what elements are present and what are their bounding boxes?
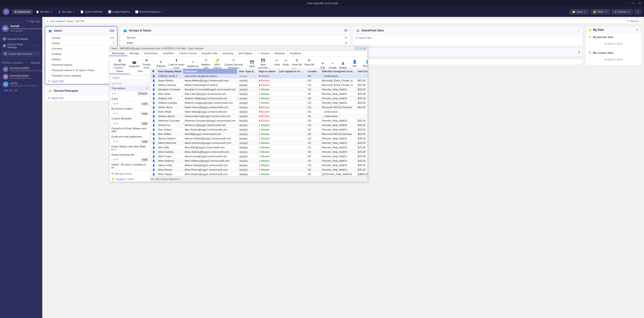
users-password-never-item[interactable]: Password never changed 219 [45,73,117,78]
see-all-link[interactable]: See all... 50 [2,88,40,93]
table-row[interactable]: 👤 Aarav Melton Aarav.Melton@sygy2.onmicr… [151,78,368,83]
email-smtp-star-icon[interactable]: ★ [113,140,115,143]
manage-sessions-button[interactable]: Manage [31,61,40,64]
users-guests-item[interactable]: Guests 5 [45,41,117,46]
nav-tab-quick-gridview[interactable]: 📄 Quick GridView [78,9,105,14]
custom-attrs-settings-icon[interactable]: ⚙ [116,122,118,125]
table-row[interactable]: 👤 Alvin Harper Alvin.Harper@sygy2.onmicr… [151,172,368,176]
table-row[interactable]: 👤 Alice Ellis Alice.Ellis@sygy2.onmicros… [151,145,368,150]
users-apply-filter[interactable]: ▼ Apply Filter [45,78,117,84]
table-row[interactable]: 👤 Adele Vance Adele.Vance@sygy2.onmicros… [151,105,368,110]
view-item-hybrid[interactable]: Hybrid - All users, including on-pr... [110,162,150,170]
table-row[interactable]: 👤 Allison Holly Allison.Holly@sygy2.onmi… [151,163,368,168]
table-row[interactable]: 👤 Aden Wade Aden.Wade@sygy2.onmicrosoft.… [151,110,368,114]
ribbon-tab-backstage[interactable]: Backstage [110,51,127,56]
users-password-expired-item[interactable]: Password expired 0 [45,62,117,68]
freeze-point-button[interactable]: ❄ Freeze Point [142,57,152,70]
email-smtp-settings-icon[interactable]: ⚙ [116,140,118,143]
col-header-license[interactable]: Effective Assigned Licen... [320,69,356,74]
service-principals-apply-filter[interactable]: ▼ Apply Filter [45,95,117,101]
a-test-forward-icon[interactable]: → [119,103,121,105]
ribbon-tab-explode-cells[interactable]: Explode Cells [200,51,220,56]
view-item-by-license[interactable]: By license location [110,106,150,111]
session-item-sonia[interactable]: SB Sonia Bounardjian sbounardjian@ytria.… [2,73,40,80]
col-header-username[interactable]: Username [183,69,237,74]
table-row[interactable]: 👤 Alex Solace Alex.Solace@sygy2.onmicros… [151,127,368,132]
table-row[interactable]: 👤 Adriana Morris Adriana.Morris@sygy2.on… [151,114,368,118]
help-button[interactable]: ? [634,9,641,14]
nav-tab-dashboard[interactable]: ⊞ Dashboard [12,9,33,14]
nav-tab-all-jobs[interactable]: 📋 All Jobs ▼ [34,9,54,14]
custom-attrs-apply-button[interactable]: Apply [141,122,148,125]
rbac-button[interactable]: 🔐 RBAC ▼ [590,9,610,14]
grid-resize-button[interactable]: □ [359,47,362,50]
sign-out-button[interactable]: ↩ Sign Out [2,19,40,23]
elevate-privileges-item[interactable]: 🛡 Elevate Privileges → [1,36,41,42]
custom-attrs-star-icon[interactable]: ★ [113,122,115,125]
view-settings-icon[interactable]: ⚙ [114,92,116,95]
view-item-email-smtp[interactable]: Email and smtp addresses [110,134,150,139]
settings-button[interactable]: ⚙ Settings ▼ [612,9,633,14]
col-header-icons[interactable]: ⊞ [151,69,157,74]
table-row[interactable]: 👤 2186Lily Smith 2 Lilly.smith.copy@ovh.… [151,74,368,78]
a-test-apply-button[interactable]: Apply [141,102,148,105]
group-licensing-settings-icon[interactable]: ⚙ [116,158,118,161]
close-button[interactable]: ✕ [638,1,642,6]
session-item-amy[interactable]: AA Amy Ames ADMIN AmyA@M365x85832012.onm… [2,65,40,73]
custom-security-button[interactable]: 🛡 Custom Security Attributes [223,57,244,70]
table-row[interactable]: 👤 Alfred Welcome alfred.welcome@sygy2.on… [151,141,368,145]
edit-button[interactable]: ✏ Edit [318,60,327,70]
mfa-tokens-button[interactable]: 🔑 MFA Tokens [212,57,222,70]
sharepoint-apply-filter[interactable]: ▼ Apply Filter [353,35,583,41]
table-row[interactable]: 👤 Alexus Holland Alexus.Holland@sygy2.on… [151,136,368,141]
table-row[interactable]: 👤 Adrienne Gonzalez Adrienne.Gonzalez@sy… [151,118,368,123]
additional-button[interactable]: + Additional [186,59,200,68]
save-selected-button[interactable]: 💾 Save Selected [257,57,269,70]
views-tab-jobs[interactable]: Jobs [130,68,150,74]
ribbon-tab-column-format[interactable]: Column Format [177,51,200,56]
views-tab-views[interactable]: Views [110,68,130,74]
ribbon-tab-feedback[interactable]: Feedback [288,51,304,56]
view-item-a-test[interactable]: A test [110,96,150,102]
ribbon-tab-sort-filter[interactable]: Sort/Filter [160,51,177,56]
users-synced-item[interactable]: Synced 122 [45,35,117,41]
table-row[interactable]: 👤 Alma Rivera Alma.Rivera@sygy2.onmicros… [151,168,368,172]
mailbox-info-button[interactable]: 📧 Mailbox Info [200,57,212,70]
col-header-signin-status[interactable]: Sign-in status [257,69,277,74]
redo-button[interactable]: ↪ Redo [282,57,290,67]
table-row[interactable]: 👤 Abraham Cromwell Abraham.Cromwell@sygy… [151,87,368,92]
group-licensing-apply-button[interactable]: Apply [141,158,148,161]
create-button[interactable]: + Create [328,60,338,70]
ribbon-tab-windows[interactable]: Windows [272,51,288,56]
table-row[interactable]: 👤 Ahmed Liu Ahmed.Liu@sygy2.onmicrosoft.… [151,123,368,127]
by-license-star-icon[interactable]: ★ [113,112,115,115]
ribbon-tab-manage[interactable]: Manage [127,51,142,56]
users-licensed-item[interactable]: Licensed 240 [45,46,117,51]
refresh-button-ribbon[interactable]: ↻ Refresh [155,59,167,68]
col-header-last-signin[interactable]: Last signed in on - ... [277,69,306,74]
table-row[interactable]: 👤 Aliza Crane Aliza.Crane@sygy2.onmicros… [151,154,368,159]
table-row[interactable]: 👤 Allan Anthony Allan.Anthony@sygy2.onmi… [151,159,368,163]
nav-tab-business-reports[interactable]: 📈 Business Reports ▼ [133,9,165,14]
table-row[interactable]: 👤 Alivia Salinas Alivia.Salinas@sygy2.on… [151,150,368,154]
groups-m365-item[interactable]: M365 10 [120,40,350,46]
users-password-14days-item[interactable]: Password expires in 14 days or fewer 0 [45,68,117,73]
by-license-apply-button[interactable]: Apply [141,112,148,115]
col-header-user-type[interactable]: User Type S... [237,69,257,74]
minimize-button[interactable]: ─ [624,1,629,6]
view-star-icon[interactable]: ★ [111,92,113,95]
save-button-ribbon[interactable]: 💾 Save [248,59,256,68]
view-dropdown-icon[interactable]: ▼ [146,87,148,90]
views-search-input[interactable] [111,76,149,80]
table-row[interactable]: 👤 Ada Carter Ada.Carter@sygy2.onmicrosof… [151,92,368,96]
users-enabled-item[interactable]: Enabled 224 [45,51,117,57]
a-test-star-icon[interactable]: ★ [113,103,115,105]
table-row[interactable]: 👤 Abbey.Coleman Abbey.Coleman@ovh.ytria.… [151,83,368,87]
view-item-email-aliases[interactable]: Email, Aliases and other Mails in o... [110,144,150,152]
maximize-button[interactable]: □ [631,1,636,6]
reapply-button[interactable]: Reapply [137,92,148,95]
users-deleted-item[interactable]: Deleted 1 [45,57,117,62]
col-header-location[interactable]: Locatio... [306,69,320,74]
view-item-group-licensing[interactable]: Group licensing info [110,152,150,157]
session-item-lee[interactable]: LG Lee Gu LeeG@syg2.onmicrosoft.com [2,80,40,88]
